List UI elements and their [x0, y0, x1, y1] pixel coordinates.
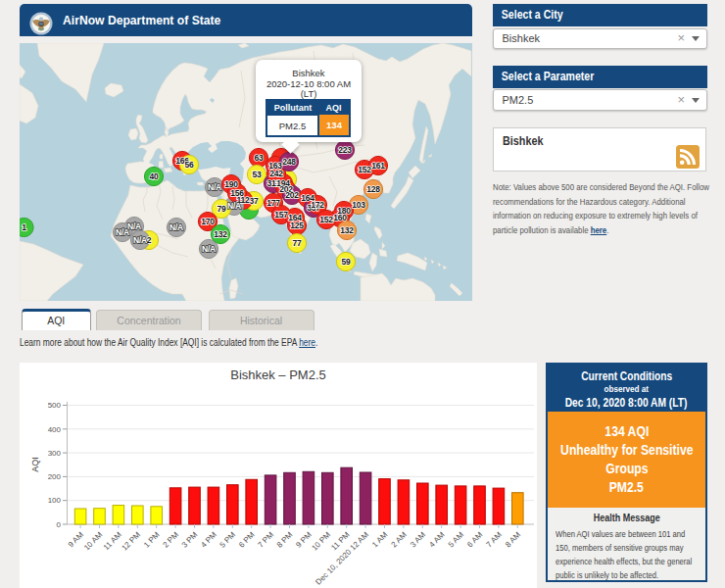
svg-text:128: 128 [366, 184, 380, 194]
svg-text:2 AM: 2 AM [390, 530, 409, 549]
svg-text:4 AM: 4 AM [427, 530, 446, 549]
svg-text:5 AM: 5 AM [447, 530, 465, 549]
svg-text:6 AM: 6 AM [465, 530, 484, 549]
svg-text:79: 79 [217, 204, 226, 214]
svg-text:400: 400 [48, 425, 62, 434]
svg-text:7 AM: 7 AM [485, 530, 504, 549]
svg-text:132: 132 [340, 225, 354, 235]
svg-text:56: 56 [184, 160, 194, 170]
svg-text:37: 37 [249, 196, 259, 206]
svg-text:N/A: N/A [116, 227, 129, 237]
svg-text:1: 1 [22, 222, 26, 232]
svg-text:Bishkek – PM2.5: Bishkek – PM2.5 [230, 368, 326, 382]
svg-text:2: 2 [147, 235, 152, 245]
svg-text:53: 53 [252, 170, 262, 179]
svg-text:6 PM: 6 PM [237, 530, 257, 550]
svg-text:N/A: N/A [202, 244, 216, 254]
svg-text:163: 163 [268, 161, 282, 171]
svg-text:8 AM: 8 AM [504, 530, 522, 549]
svg-text:2 PM: 2 PM [161, 530, 180, 550]
svg-text:N/A: N/A [127, 221, 141, 231]
svg-text:63: 63 [254, 153, 264, 163]
svg-text:N/A: N/A [133, 235, 147, 245]
svg-text:11 AM: 11 AM [102, 530, 123, 552]
svg-text:10 AM: 10 AM [82, 530, 105, 553]
svg-text:12 PM: 12 PM [120, 530, 142, 553]
svg-text:161: 161 [371, 161, 385, 171]
svg-text:223: 223 [338, 145, 352, 155]
svg-text:160: 160 [333, 213, 347, 222]
svg-text:177: 177 [266, 198, 280, 208]
svg-text:156: 156 [230, 188, 244, 198]
svg-text:77: 77 [292, 238, 302, 248]
svg-text:152: 152 [358, 165, 371, 174]
svg-text:1 AM: 1 AM [370, 530, 389, 549]
svg-text:170: 170 [201, 217, 215, 226]
svg-text:10 PM: 10 PM [310, 530, 332, 553]
svg-text:AQI: AQI [30, 457, 40, 472]
svg-text:40: 40 [149, 172, 159, 181]
svg-text:152: 152 [319, 215, 333, 224]
svg-text:157: 157 [274, 210, 288, 220]
svg-text:0: 0 [57, 520, 62, 529]
svg-text:202: 202 [285, 190, 299, 200]
svg-text:3 PM: 3 PM [180, 530, 200, 550]
svg-text:N/A: N/A [208, 182, 221, 192]
svg-text:103: 103 [352, 200, 365, 210]
svg-text:100: 100 [48, 496, 62, 505]
svg-text:8 PM: 8 PM [275, 530, 295, 550]
svg-text:248: 248 [282, 157, 296, 167]
svg-text:N/A: N/A [169, 222, 183, 232]
svg-text:1 PM: 1 PM [142, 530, 162, 550]
svg-text:200: 200 [48, 472, 62, 481]
svg-text:5 PM: 5 PM [218, 530, 238, 550]
svg-text:59: 59 [341, 257, 351, 267]
svg-text:7 PM: 7 PM [256, 530, 275, 550]
svg-text:4 PM: 4 PM [199, 530, 218, 550]
svg-text:300: 300 [48, 449, 62, 458]
svg-text:3 AM: 3 AM [409, 530, 427, 549]
svg-text:164: 164 [288, 213, 302, 222]
svg-text:N/A: N/A [227, 201, 241, 211]
svg-text:172: 172 [311, 200, 324, 210]
svg-text:132: 132 [214, 229, 227, 239]
svg-text:500: 500 [48, 401, 62, 410]
